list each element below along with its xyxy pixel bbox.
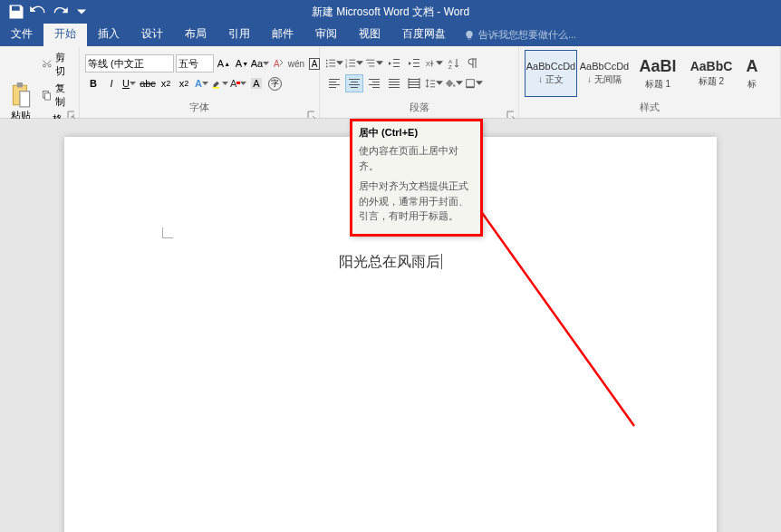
font-color-button[interactable]: A: [230, 74, 246, 92]
window-title: 新建 Microsoft Word 文档 - Word: [312, 5, 469, 20]
tooltip-title: 居中 (Ctrl+E): [359, 126, 474, 140]
svg-rect-44: [389, 82, 400, 82]
style-heading1[interactable]: AaBl标题 1: [632, 50, 684, 97]
font-group-label: 字体: [83, 99, 315, 116]
qat-customize[interactable]: [72, 3, 91, 21]
borders-button[interactable]: [465, 74, 483, 92]
shading-button[interactable]: [445, 74, 463, 92]
svg-rect-1: [17, 82, 23, 87]
tab-insert[interactable]: 插入: [87, 22, 130, 46]
svg-rect-2: [20, 92, 30, 107]
enclose-char-button[interactable]: 字: [266, 74, 283, 92]
svg-rect-46: [389, 87, 400, 88]
group-clipboard: 粘贴 剪切 复制 格式刷 剪贴板: [0, 46, 80, 118]
svg-rect-51: [430, 81, 435, 82]
svg-rect-21: [369, 66, 374, 67]
svg-rect-36: [351, 82, 358, 82]
margin-indicator: [162, 227, 173, 238]
copy-button[interactable]: 复制: [40, 81, 73, 110]
svg-text:X: X: [426, 60, 430, 68]
tab-references[interactable]: 引用: [217, 22, 261, 46]
svg-rect-31: [329, 79, 340, 80]
strikethrough-button[interactable]: abc: [140, 74, 156, 92]
tab-view[interactable]: 视图: [348, 22, 391, 46]
increase-indent-button[interactable]: [405, 54, 423, 73]
svg-rect-25: [413, 59, 419, 60]
paragraph-group-label: 段落: [323, 99, 515, 116]
style-more[interactable]: A标: [738, 50, 766, 97]
asian-layout-button[interactable]: X: [425, 54, 443, 73]
svg-rect-42: [372, 87, 380, 88]
phonetic-guide-button[interactable]: wén: [288, 54, 304, 73]
decrease-font-button[interactable]: A▼: [234, 54, 250, 73]
char-shading-button[interactable]: A: [248, 74, 265, 92]
tooltip-body-1: 使内容在页面上居中对齐。: [359, 143, 474, 173]
svg-rect-20: [368, 63, 375, 63]
cut-button[interactable]: 剪切: [40, 50, 73, 79]
font-size-select[interactable]: [176, 54, 214, 73]
paste-button[interactable]: 粘贴: [4, 80, 38, 124]
svg-rect-22: [393, 59, 400, 60]
bold-button[interactable]: B: [85, 74, 101, 92]
sort-button[interactable]: AZ: [445, 54, 463, 73]
group-paragraph: 123 X AZ 段落: [320, 46, 519, 118]
lightbulb-icon: [464, 30, 475, 41]
group-font: A▲ A▼ Aa A wén A B I U abc x2 x2 A A A 字: [80, 46, 320, 118]
align-right-button[interactable]: [365, 74, 383, 92]
align-distributed-button[interactable]: [405, 74, 423, 92]
save-button[interactable]: [7, 3, 25, 21]
font-launcher[interactable]: [307, 107, 316, 116]
svg-rect-32: [329, 82, 336, 82]
svg-rect-6: [213, 87, 219, 89]
superscript-button[interactable]: x2: [176, 74, 192, 92]
tab-layout[interactable]: 布局: [174, 22, 217, 46]
svg-point-7: [326, 60, 328, 62]
tab-home[interactable]: 开始: [43, 22, 87, 46]
tab-netdisk[interactable]: 百度网盘: [391, 22, 457, 46]
paragraph-launcher[interactable]: [506, 107, 516, 116]
increase-font-button[interactable]: A▲: [216, 54, 232, 73]
subscript-button[interactable]: x2: [158, 74, 174, 92]
svg-rect-12: [329, 66, 335, 67]
svg-rect-35: [349, 79, 360, 80]
tab-file[interactable]: 文件: [0, 22, 43, 46]
decrease-indent-button[interactable]: [385, 54, 403, 73]
bullets-button[interactable]: [325, 54, 343, 73]
clipboard-launcher[interactable]: [67, 107, 76, 116]
svg-rect-34: [329, 87, 336, 88]
style-no-spacing[interactable]: AaBbCcDd↓ 无间隔: [578, 50, 631, 97]
tell-me-search[interactable]: 告诉我您想要做什么...: [457, 24, 583, 46]
font-name-select[interactable]: [85, 54, 174, 73]
svg-rect-10: [329, 63, 335, 63]
redo-button[interactable]: [51, 3, 69, 21]
tab-mailings[interactable]: 邮件: [261, 22, 304, 46]
tab-design[interactable]: 设计: [130, 22, 174, 46]
highlighter-icon: [212, 77, 222, 90]
pilcrow-icon: [468, 57, 480, 70]
align-center-tooltip: 居中 (Ctrl+E) 使内容在页面上居中对齐。 居中对齐为文档提供正式的外观，…: [351, 120, 482, 236]
line-spacing-button[interactable]: [425, 74, 443, 92]
text-effects-button[interactable]: A: [194, 74, 210, 92]
change-case-button[interactable]: Aa: [252, 54, 268, 73]
show-marks-button[interactable]: [465, 54, 483, 73]
align-left-button[interactable]: [325, 74, 343, 92]
svg-rect-45: [389, 84, 400, 85]
align-justify-button[interactable]: [385, 74, 403, 92]
italic-button[interactable]: I: [103, 74, 120, 92]
highlight-button[interactable]: [212, 74, 228, 92]
align-center-button[interactable]: [345, 74, 363, 92]
undo-button[interactable]: [29, 3, 47, 21]
group-styles: AaBbCcDd↓ 正文 AaBbCcDd↓ 无间隔 AaBl标题 1 AaBb…: [519, 46, 781, 118]
svg-rect-49: [409, 84, 419, 85]
numbering-button[interactable]: 123: [345, 54, 363, 73]
tab-review[interactable]: 审阅: [304, 22, 348, 46]
svg-point-11: [326, 66, 328, 68]
svg-rect-41: [369, 84, 380, 85]
underline-button[interactable]: U: [121, 74, 138, 92]
svg-rect-24: [393, 66, 400, 67]
document-body-text[interactable]: 阳光总在风雨后: [339, 253, 442, 272]
multilevel-list-button[interactable]: [365, 54, 383, 73]
style-normal[interactable]: AaBbCcDd↓ 正文: [525, 50, 577, 97]
style-heading2[interactable]: AaBbC标题 2: [685, 50, 738, 97]
clear-format-button[interactable]: A: [270, 54, 286, 73]
